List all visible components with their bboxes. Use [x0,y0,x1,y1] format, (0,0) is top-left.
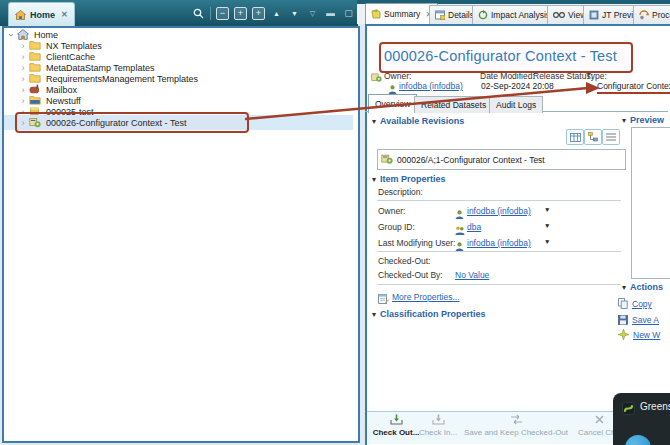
last-modifying-user-label: Last Modifying User: [378,238,455,248]
section-available-revisions[interactable]: Available Revisions [372,116,464,126]
owner-dropdown-icon[interactable] [544,206,550,213]
chevron-collapsed-icon[interactable] [18,85,28,95]
tree-item-label: Mailbox [46,85,77,95]
subtab-related-datasets[interactable]: Related Datasets [414,96,493,113]
owner-value-link[interactable]: infodba (infodba) [467,206,531,216]
description-label: Description: [378,187,423,197]
up-arrow-icon[interactable]: ▲ [270,7,283,20]
tree-view-icon[interactable] [584,129,602,145]
viewer-icon [553,11,565,19]
expand-below-icon[interactable]: + [252,7,265,20]
more-properties-link[interactable]: More Properties... [392,292,460,302]
save-keep-icon [510,414,523,427]
chevron-expanded-icon[interactable] [6,30,16,40]
subtab-label: Related Datasets [421,100,486,110]
revision-label: 000026/A;1-Configurator Context - Test [397,155,545,165]
tree-item-label: Newstuff [46,96,81,106]
divider [377,251,621,252]
summary-icon [371,9,381,19]
type-value: Configurator Context [597,81,670,94]
chevron-collapsed-icon[interactable] [18,96,28,106]
greenshot-logo-icon [622,401,635,419]
list-view-icon[interactable] [602,129,620,145]
application-window: Home ✕ − + + ▲ ▼ ▽ ▬ ▢ Home NX Templates [0,0,670,445]
subtab-overview[interactable]: Overview [368,94,417,113]
tree-item-label: MetaDataStamp Templates [46,63,154,73]
tree-item-label: NX Templates [46,41,102,51]
impact-analysis-icon [478,10,488,20]
checked-out-label: Checked-Out: [378,256,430,266]
tab-summary[interactable]: Summary ✕ [365,3,438,24]
maximize-icon[interactable]: ▢ [342,7,355,20]
collapse-all-icon[interactable]: − [216,7,229,20]
cancel-check-out-icon [594,414,605,427]
section-classification-properties[interactable]: Classification Properties [372,309,486,319]
new-window-icon [618,326,629,344]
preview-box [631,127,670,279]
tab-label: Details [448,10,474,20]
view-menu-icon[interactable]: ▽ [306,7,319,20]
close-icon[interactable]: ✕ [61,10,68,19]
tab-label: Impact Analysis [491,10,550,20]
section-label: Item Properties [380,174,446,184]
button-label: Save and Keep Checked-Out [464,428,568,437]
section-actions[interactable]: Actions [622,282,663,292]
toast-app-name: Greens [640,401,670,412]
section-label: Available Revisions [380,116,464,126]
down-arrow-icon[interactable]: ▼ [288,7,301,20]
save-and-keep-checked-out-button[interactable]: Save and Keep Checked-Out [462,414,570,437]
home-tab-label: Home [30,10,55,20]
section-label: Preview [630,115,664,125]
tab-process[interactable]: Proces [633,5,670,25]
tab-impact-analysis[interactable]: Impact Analysis [472,5,556,25]
chevron-collapsed-icon[interactable] [18,41,28,51]
annotation-box-tree-item [15,112,249,133]
action-new-window[interactable]: New W [618,326,660,344]
revision-list-item[interactable]: 000026/A;1-Configurator Context - Test [377,149,626,170]
process-icon [639,10,649,20]
check-in-button[interactable]: Check In... [415,414,461,437]
tab-label: Proces [652,10,670,20]
person-icon [455,237,464,255]
subtab-audit-logs[interactable]: Audit Logs [489,96,543,113]
chevron-collapsed-icon[interactable] [18,52,28,62]
tree-item-label: RequirementsManagement Templates [46,74,198,84]
group-id-label: Group ID: [378,222,415,232]
last-mod-dropdown-icon[interactable] [544,238,550,245]
toast-avatar-circle [625,435,651,445]
tab-label: Summary [384,9,420,19]
date-modified-value: 02-Sep-2024 20:08 [481,81,554,91]
check-out-button[interactable]: Check Out... [372,414,420,437]
owner-label: Owner: [378,206,405,216]
last-modifying-user-link[interactable]: infodba (infodba) [467,238,531,248]
tree-item-label: Home [34,30,58,40]
divider [377,284,621,285]
group-id-value-link[interactable]: dba [467,222,481,232]
check-in-icon [432,414,445,427]
chevron-collapsed-icon[interactable] [18,74,28,84]
button-label: Check In... [419,428,457,437]
divider [377,200,621,201]
details-icon [435,10,445,20]
action-label: Copy [632,299,652,309]
subtab-label: Audit Logs [496,100,536,110]
checked-out-by-value-link[interactable]: No Value [455,270,489,280]
button-label: Check Out... [373,428,420,437]
toolbar-divider [210,7,211,20]
section-item-properties[interactable]: Item Properties [372,174,446,184]
checked-out-by-label: Checked-Out By: [378,270,443,280]
table-view-icon[interactable] [566,129,584,145]
section-label: Classification Properties [380,309,486,319]
tab-home[interactable]: Home ✕ [8,2,75,26]
expand-all-icon[interactable]: + [234,7,247,20]
search-icon[interactable] [192,7,205,20]
left-panel-toolbar: − + + ▲ ▼ ▽ ▬ ▢ [192,4,355,22]
chevron-collapsed-icon[interactable] [18,63,28,73]
greenshot-toast[interactable]: Greens [613,393,670,445]
minimize-icon[interactable]: ▬ [324,7,337,20]
section-preview[interactable]: Preview [622,115,664,125]
owner-header-link[interactable]: infodba (infodba) [399,81,463,91]
subtab-label: Overview [375,99,410,109]
group-dropdown-icon[interactable] [544,222,550,229]
check-out-icon [390,414,403,427]
